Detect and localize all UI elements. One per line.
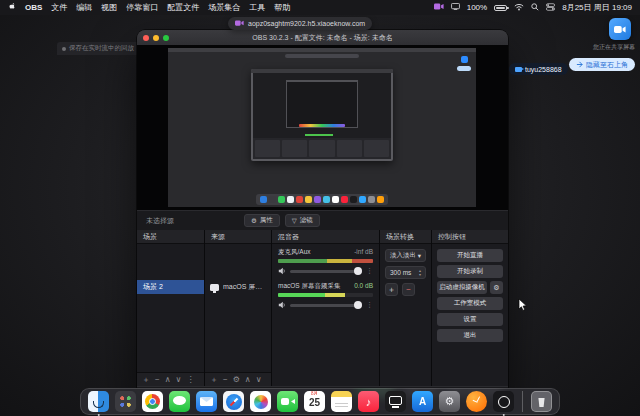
dock-separator bbox=[522, 391, 523, 412]
camera-in-use-indicator[interactable]: aopz0saghtm9202.h5.xiaoeknow.com bbox=[228, 17, 372, 30]
dock-photos-icon[interactable] bbox=[250, 391, 271, 412]
captured-menubar bbox=[168, 48, 476, 52]
search-icon[interactable] bbox=[531, 3, 539, 13]
channel-options-button[interactable]: ⋮ bbox=[366, 301, 373, 309]
dock-launchpad-icon[interactable] bbox=[115, 391, 136, 412]
menu-file[interactable]: 文件 bbox=[51, 2, 67, 13]
remove-scene-button[interactable]: − bbox=[155, 376, 160, 384]
hide-to-corner-button[interactable]: 隐藏至右上角 bbox=[569, 58, 635, 71]
controls-panel-title[interactable]: 控制按钮 bbox=[432, 230, 508, 244]
transition-select[interactable]: 淡入淡出 ▾ bbox=[385, 249, 426, 262]
dock-obs-icon[interactable] bbox=[493, 391, 514, 412]
screen-mirroring-icon[interactable] bbox=[451, 3, 460, 12]
start-streaming-button[interactable]: 开始直播 bbox=[437, 249, 503, 262]
dock-facetime-icon[interactable] bbox=[277, 391, 298, 412]
channel-options-button[interactable]: ⋮ bbox=[366, 267, 373, 275]
menu-tools[interactable]: 工具 bbox=[249, 2, 265, 13]
menu-docks[interactable]: 停靠窗口 bbox=[126, 2, 158, 13]
settings-button[interactable]: 设置 bbox=[437, 313, 503, 326]
mic-volume-slider[interactable] bbox=[290, 270, 362, 273]
meeting-user-overlay[interactable]: tuyu258868 bbox=[509, 63, 568, 75]
dock-mail-icon[interactable] bbox=[196, 391, 217, 412]
menu-help[interactable]: 帮助 bbox=[274, 2, 290, 13]
obs-title-bar[interactable]: OBS 30.2.3 - 配置文件: 未命名 - 场景: 未命名 bbox=[137, 30, 508, 45]
dock-settings-icon[interactable]: ⚙ bbox=[439, 391, 460, 412]
slider-knob[interactable] bbox=[354, 301, 362, 309]
captured-screen[interactable] bbox=[168, 48, 476, 207]
scene-item-selected[interactable]: 场景 2 bbox=[137, 280, 204, 294]
menu-scene-collection[interactable]: 场景集合 bbox=[208, 2, 240, 13]
control-center-icon[interactable] bbox=[546, 3, 555, 13]
sources-list[interactable]: macOS 屏幕采集 bbox=[205, 244, 271, 372]
studio-mode-button[interactable]: 工作室模式 bbox=[437, 297, 503, 310]
scenes-panel: 场景 场景 2 ＋ − ∧ ∨ ⋮ bbox=[137, 230, 205, 386]
source-item[interactable]: macOS 屏幕采集 bbox=[205, 280, 271, 294]
virtual-camera-settings-button[interactable]: ⚙ bbox=[490, 281, 503, 294]
scene-up-button[interactable]: ∧ bbox=[165, 376, 171, 384]
mixer-panel-title[interactable]: 混音器 bbox=[272, 230, 379, 244]
remove-source-button[interactable]: − bbox=[223, 376, 228, 384]
dock-trash-icon[interactable] bbox=[531, 391, 552, 412]
duration-value: 300 ms bbox=[390, 269, 411, 276]
captured-dock-app bbox=[341, 196, 348, 203]
source-properties-button[interactable]: ⚙ bbox=[233, 376, 240, 384]
apple-menu-icon[interactable] bbox=[8, 2, 16, 14]
mixer-channel-header: 麦克风/Aux -inf dB bbox=[278, 248, 373, 257]
menu-profile[interactable]: 配置文件 bbox=[167, 2, 199, 13]
source-down-button[interactable]: ∨ bbox=[256, 376, 262, 384]
properties-label: 属性 bbox=[260, 216, 273, 225]
menu-edit[interactable]: 编辑 bbox=[76, 2, 92, 13]
background-window-tab[interactable]: 保存在实时流中的回放 bbox=[57, 42, 139, 55]
menu-bar-clock[interactable]: 8月25日 周日 19:09 bbox=[562, 2, 632, 13]
meeting-camera-icon bbox=[614, 25, 626, 34]
dock-music-icon[interactable]: ♪ bbox=[358, 391, 379, 412]
filters-button[interactable]: ▽ 滤镜 bbox=[285, 214, 320, 227]
scene-more-button[interactable]: ⋮ bbox=[186, 376, 194, 384]
sources-toolbar: ＋ − ⚙ ∧ ∨ bbox=[205, 372, 271, 386]
no-source-message: 未选择源 bbox=[146, 216, 174, 226]
remove-transition-button[interactable]: − bbox=[402, 283, 415, 296]
speaker-icon[interactable] bbox=[278, 301, 286, 309]
scenes-panel-title[interactable]: 场景 bbox=[137, 230, 204, 244]
add-source-button[interactable]: ＋ bbox=[210, 376, 218, 384]
speaker-icon[interactable] bbox=[278, 267, 286, 275]
channel-level: -inf dB bbox=[354, 248, 373, 257]
captured-dock-app bbox=[368, 196, 375, 203]
spinner-arrows-icon[interactable]: ▴▾ bbox=[419, 269, 421, 277]
dock-calendar-icon[interactable]: 8月 25 bbox=[304, 391, 325, 412]
active-app-name[interactable]: OBS bbox=[25, 3, 42, 12]
sources-panel-title[interactable]: 来源 bbox=[205, 230, 271, 244]
meeting-app-button[interactable] bbox=[609, 18, 631, 40]
captured-dock-app bbox=[287, 196, 294, 203]
transitions-panel-title[interactable]: 场景转换 bbox=[380, 230, 431, 244]
menu-view[interactable]: 视图 bbox=[101, 2, 117, 13]
scenes-list[interactable]: 场景 2 bbox=[137, 244, 204, 372]
captured-macos-dock bbox=[256, 194, 388, 205]
scene-down-button[interactable]: ∨ bbox=[176, 376, 182, 384]
camera-active-icon[interactable] bbox=[434, 3, 444, 12]
transition-duration-spinner[interactable]: 300 ms ▴▾ bbox=[385, 266, 426, 279]
dock-messages-icon[interactable] bbox=[169, 391, 190, 412]
add-scene-button[interactable]: ＋ bbox=[142, 376, 150, 384]
preview-area[interactable] bbox=[137, 45, 508, 210]
add-transition-button[interactable]: ＋ bbox=[385, 283, 398, 296]
battery-icon[interactable] bbox=[494, 5, 507, 11]
source-up-button[interactable]: ∧ bbox=[245, 376, 251, 384]
dock-app-store-icon[interactable]: A bbox=[412, 391, 433, 412]
properties-button[interactable]: ⚙ 属性 bbox=[244, 214, 280, 227]
start-recording-button[interactable]: 开始录制 bbox=[437, 265, 503, 278]
start-virtual-camera-button[interactable]: 启动虚拟摄像机 bbox=[437, 281, 487, 294]
dock-notes-icon[interactable] bbox=[331, 391, 352, 412]
wifi-icon[interactable] bbox=[514, 3, 524, 13]
audio-mixer-panel: 混音器 麦克风/Aux -inf dB ⋮ macOS 屏幕音频采集 0. bbox=[272, 230, 380, 386]
scenes-toolbar: ＋ − ∧ ∨ ⋮ bbox=[137, 372, 204, 386]
controls-body: 开始直播 开始录制 启动虚拟摄像机 ⚙ 工作室模式 设置 退出 bbox=[432, 244, 508, 386]
dock-safari-icon[interactable] bbox=[223, 391, 244, 412]
slider-knob[interactable] bbox=[354, 267, 362, 275]
dock-finder-icon[interactable] bbox=[88, 391, 109, 412]
dock-clock-icon[interactable] bbox=[466, 391, 487, 412]
dock-tv-icon[interactable] bbox=[385, 391, 406, 412]
desktop-audio-slider[interactable] bbox=[290, 304, 362, 307]
dock-chrome-icon[interactable] bbox=[142, 391, 163, 412]
exit-button[interactable]: 退出 bbox=[437, 329, 503, 342]
